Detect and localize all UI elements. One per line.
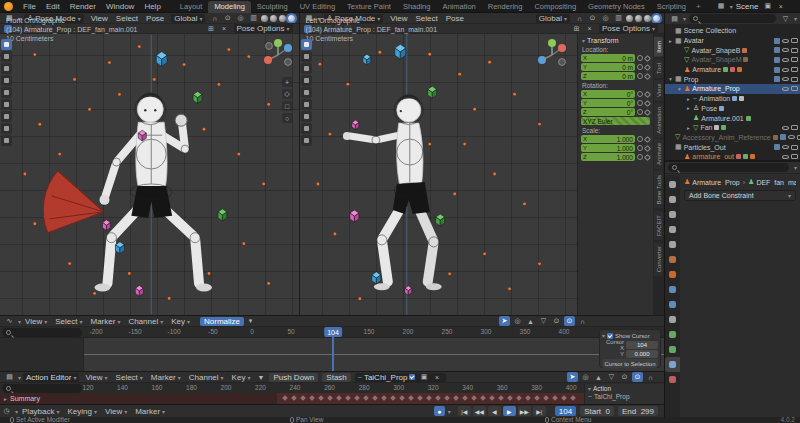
- transform-panel-title[interactable]: ▾Transform: [582, 37, 650, 44]
- mode-select[interactable]: ♙Pose Mode▾: [324, 14, 384, 23]
- options-icon[interactable]: ⊞: [206, 24, 217, 34]
- pose-options-dropdown[interactable]: Pose Options▾: [599, 24, 658, 33]
- checkbox-icon[interactable]: [607, 333, 613, 339]
- scale-x-field[interactable]: X1.000: [581, 135, 635, 143]
- shading-mode-icon[interactable]: [261, 15, 268, 22]
- outliner-row-armature[interactable]: ♟Armature: [665, 65, 800, 75]
- properties-tab-output[interactable]: [665, 207, 680, 222]
- cursor-y-field[interactable]: 0.000: [626, 350, 658, 358]
- hide-eye-icon[interactable]: [782, 155, 789, 159]
- outliner-search-input[interactable]: [689, 14, 776, 23]
- workspace-tab-geometry-nodes[interactable]: Geometry Nodes: [582, 1, 651, 13]
- menu-file[interactable]: File: [18, 2, 41, 11]
- scene-selector[interactable]: ▦▾ Scene ▣ ×: [715, 1, 788, 11]
- xray-icon[interactable]: ▥: [613, 13, 624, 23]
- viewport-menu-select[interactable]: Select: [412, 14, 442, 23]
- warning-icon[interactable]: ▲: [593, 372, 604, 382]
- keyframe-decorator-icon[interactable]: [644, 153, 651, 160]
- add-workspace-button[interactable]: +: [692, 2, 705, 11]
- fake-user-shield-icon[interactable]: [409, 374, 415, 380]
- editor-mode-select[interactable]: Action Editor▾: [23, 373, 79, 382]
- editor-type-icon[interactable]: ▦: [304, 13, 315, 23]
- location-z-field[interactable]: Z0 m: [581, 72, 635, 80]
- proportional-icon[interactable]: ⊙: [632, 372, 643, 382]
- xray-icon[interactable]: ▥: [248, 13, 259, 23]
- rotation-z-field[interactable]: Z0°: [581, 108, 635, 116]
- tool-button[interactable]: [1, 99, 12, 110]
- viewport-menu-view[interactable]: View: [386, 14, 411, 23]
- duplicate-action-icon[interactable]: ▣: [418, 372, 429, 382]
- hide-eye-icon[interactable]: [782, 39, 789, 43]
- checkbox-icon[interactable]: [774, 67, 780, 73]
- hide-eye-icon[interactable]: [782, 48, 789, 52]
- shading-mode-icon[interactable]: [270, 15, 277, 22]
- add-bone-constraint-button[interactable]: Add Bone Constraint▾: [684, 190, 796, 201]
- menu-help[interactable]: Help: [139, 2, 165, 11]
- proportional-icon[interactable]: ⊙: [587, 13, 598, 23]
- shading-mode-icon[interactable]: [288, 15, 295, 22]
- warning-icon[interactable]: ▲: [525, 316, 536, 326]
- timeline-menu-view[interactable]: View▾: [101, 407, 131, 416]
- snap-icon[interactable]: ∩: [645, 372, 656, 382]
- workspace-tab-uv-editing[interactable]: UV Editing: [294, 1, 341, 13]
- timeline-menu-keying[interactable]: Keying▾: [64, 407, 101, 416]
- graph-menu-select[interactable]: Select▾: [51, 317, 86, 326]
- gizmo-toggle-icon[interactable]: [4, 25, 12, 33]
- hide-eye-icon[interactable]: [782, 145, 789, 149]
- breadcrumb-object[interactable]: Armature_Prop: [692, 179, 739, 186]
- outliner-row-animation[interactable]: ▸~Animation: [665, 94, 800, 104]
- snap-icon[interactable]: ∩: [209, 13, 220, 23]
- animate-decorator-icon[interactable]: [637, 109, 643, 115]
- tool-button[interactable]: [1, 123, 12, 134]
- properties-tab-object-constraints[interactable]: [665, 312, 680, 327]
- properties-tab-render[interactable]: [665, 192, 680, 207]
- animate-decorator-icon[interactable]: [637, 55, 643, 61]
- normalize-button[interactable]: Normalize: [200, 317, 244, 326]
- gizmo-toggle-icon[interactable]: [34, 25, 42, 33]
- animate-decorator-icon[interactable]: [637, 91, 643, 97]
- camera-render-icon[interactable]: [791, 154, 798, 159]
- outliner-row-particles-out[interactable]: ▦Particles_Out: [665, 142, 800, 152]
- n-panel-tab-bone-tools[interactable]: Bone Tools: [654, 171, 663, 209]
- menu-render[interactable]: Render: [65, 2, 101, 11]
- keyframe-decorator-icon[interactable]: [644, 90, 651, 97]
- normalize-options-icon[interactable]: ▾: [245, 316, 256, 326]
- outliner-row-armature-prop[interactable]: ▾♟Armature_Prop: [665, 84, 800, 94]
- gizmo-toggle-icon[interactable]: [324, 25, 332, 33]
- frame-start-field[interactable]: Start 0: [580, 406, 614, 416]
- animate-decorator-icon[interactable]: [637, 154, 643, 160]
- graph-channel-region[interactable]: [0, 338, 84, 371]
- stash-button[interactable]: Stash: [322, 373, 350, 382]
- properties-tab-object-data[interactable]: [665, 327, 680, 342]
- summary-channel-row[interactable]: ▸ Summary: [0, 393, 584, 404]
- mode-select[interactable]: ♙Pose Mode▾: [24, 14, 84, 23]
- keyframe-decorator-icon[interactable]: [644, 72, 651, 79]
- prev-frame-button[interactable]: ◀: [488, 406, 501, 416]
- keyframe-decorator-icon[interactable]: [644, 99, 651, 106]
- new-scene-icon[interactable]: ▣: [762, 1, 773, 11]
- viewport-front[interactable]: ▦▾♙Pose Mode▾ViewSelectPoseGlobal▾∩⊙◎▥ ⊞…: [0, 13, 300, 315]
- dope-menu-select[interactable]: Select▾: [112, 373, 147, 382]
- workspace-tab-animation[interactable]: Animation: [436, 1, 481, 13]
- editor-type-icon[interactable]: ▤: [4, 372, 15, 382]
- outliner-row-scene-collection[interactable]: ▦Scene Collection: [665, 26, 800, 36]
- properties-search-input[interactable]: [668, 163, 789, 172]
- editor-type-icon[interactable]: ∿: [4, 316, 15, 326]
- tool-button[interactable]: [301, 87, 312, 98]
- toggle-ortho-icon[interactable]: ○: [282, 113, 293, 123]
- tool-button[interactable]: [1, 135, 12, 146]
- n-panel-tab-view[interactable]: View: [654, 80, 663, 101]
- filter-toggle-icon[interactable]: ▼: [255, 372, 266, 382]
- n-panel-tab-tool[interactable]: Tool: [654, 59, 663, 78]
- viewport-front-canvas[interactable]: [0, 34, 299, 315]
- outliner-row-armature-001[interactable]: ♟Armature.001: [665, 113, 800, 123]
- outliner-row-armature-out[interactable]: ♟armature_out: [665, 152, 800, 160]
- gizmo-toggle-icon[interactable]: [44, 25, 52, 33]
- rotation-x-field[interactable]: X0°: [581, 90, 635, 98]
- gizmo-toggle-icon[interactable]: [334, 25, 342, 33]
- workspace-tab-scripting[interactable]: Scripting: [651, 1, 692, 13]
- cursor-icon[interactable]: ➤: [567, 372, 578, 382]
- properties-tab-modifiers[interactable]: [665, 282, 680, 297]
- editor-type-icon[interactable]: ▦: [4, 13, 15, 23]
- properties-tab-physics[interactable]: [665, 297, 680, 312]
